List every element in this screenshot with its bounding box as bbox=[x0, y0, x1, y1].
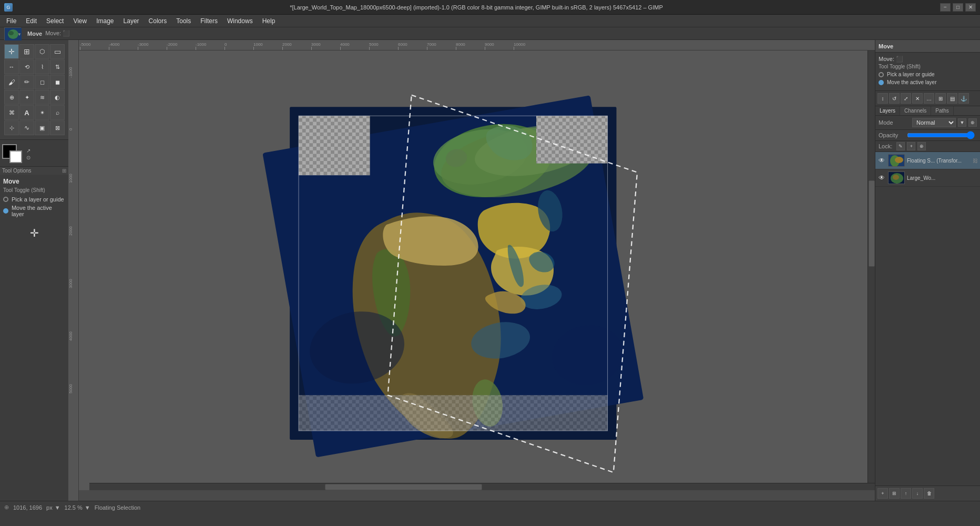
warp-btn[interactable]: ⌇ bbox=[35, 59, 49, 74]
zoom-display: 12.5 % ▼ bbox=[65, 504, 90, 511]
flip-btn[interactable]: ⇅ bbox=[50, 59, 65, 74]
thumbnail-arrow: ▼ bbox=[17, 32, 22, 37]
rect-select-btn[interactable]: ▭ bbox=[50, 44, 65, 59]
selection-info: Floating Selection bbox=[95, 504, 140, 511]
swap-colors-btn[interactable]: ↗ bbox=[26, 148, 30, 154]
path-btn[interactable]: ⌘ bbox=[4, 105, 19, 120]
menu-view[interactable]: View bbox=[69, 16, 91, 26]
tab-layers[interactable]: Layers bbox=[875, 106, 900, 115]
transform-btn[interactable]: ⟲ bbox=[19, 59, 34, 74]
lock-pixels-btn[interactable]: ✎ bbox=[896, 142, 905, 150]
svg-point-33 bbox=[893, 175, 899, 180]
menu-help[interactable]: Help bbox=[258, 16, 280, 26]
right-panel-header: Move bbox=[875, 40, 980, 53]
layer-eye-world[interactable]: 👁 bbox=[877, 174, 886, 182]
lock-alpha-btn[interactable]: + bbox=[907, 142, 915, 150]
measure-btn[interactable]: ⊹ bbox=[4, 120, 19, 135]
tool-options-menu-btn[interactable]: ⊞ bbox=[62, 168, 66, 174]
window-title: *[Large_World_Topo_Map_18000px6500-deep]… bbox=[13, 4, 940, 11]
right-radio-move[interactable]: Move the active layer bbox=[879, 79, 977, 85]
extra-btn[interactable]: ⊠ bbox=[50, 120, 65, 135]
opacity-label: Opacity bbox=[879, 132, 905, 138]
move-layer-down-btn[interactable]: ↓ bbox=[912, 488, 923, 499]
expand-btn[interactable]: ⊕ bbox=[4, 504, 9, 511]
move-layer-up-btn[interactable]: ↑ bbox=[901, 488, 911, 499]
clone-btn[interactable]: ✦ bbox=[19, 90, 34, 105]
radio-move-active[interactable]: Move the active layer bbox=[3, 205, 65, 217]
radio-move-active-dot bbox=[3, 208, 8, 214]
layer-name-floating: Floating S... (Transfor... bbox=[907, 158, 971, 164]
tool-toggle-label: Move bbox=[27, 31, 42, 37]
tab-paths[interactable]: Paths bbox=[931, 106, 954, 115]
canvas-area: -5000 -4000 -3000 -2000 -1000 0 1000 200… bbox=[68, 40, 875, 501]
layers-mgr-icon[interactable]: ▤ bbox=[947, 93, 957, 104]
menu-tools[interactable]: Tools bbox=[172, 16, 195, 26]
right-radio-pick[interactable]: Pick a layer or guide bbox=[879, 72, 977, 77]
new-layer-btn[interactable]: + bbox=[877, 488, 888, 499]
menu-select[interactable]: Select bbox=[42, 16, 68, 26]
scale-tool-btn[interactable]: ↔ bbox=[4, 59, 19, 74]
smudge-btn[interactable]: ∿ bbox=[19, 120, 34, 135]
menu-filters[interactable]: Filters bbox=[196, 16, 222, 26]
menu-edit[interactable]: Edit bbox=[22, 16, 41, 26]
canvas-horizontal-scrollbar[interactable] bbox=[89, 483, 875, 490]
fill-btn[interactable]: ◼ bbox=[50, 75, 65, 89]
radio-pick-layer[interactable]: Pick a layer or guide bbox=[3, 196, 65, 203]
canvas-vertical-scrollbar[interactable] bbox=[867, 50, 875, 483]
mode-select[interactable]: Normal Multiply Screen bbox=[912, 118, 956, 127]
tab-channels[interactable]: Channels bbox=[900, 106, 931, 115]
background-color[interactable] bbox=[9, 150, 22, 163]
alignment-tool-btn[interactable]: ⊞ bbox=[19, 44, 34, 59]
heal-btn[interactable]: ⊕ bbox=[4, 90, 19, 105]
zoom-btn[interactable]: ⌕ bbox=[50, 105, 65, 120]
grid-icon[interactable]: ⊞ bbox=[935, 93, 946, 104]
canvas-content[interactable] bbox=[79, 50, 875, 490]
delete-icon[interactable]: ✕ bbox=[912, 93, 923, 104]
image-thumbnail[interactable]: ▼ bbox=[4, 27, 21, 40]
zoom-dropdown[interactable]: ▼ bbox=[85, 504, 90, 511]
menu-layer[interactable]: Layer bbox=[119, 16, 144, 26]
lock-position-btn[interactable]: ⊕ bbox=[917, 142, 926, 150]
opacity-row: Opacity 100.0 ⊕ bbox=[875, 130, 980, 141]
anchor-icon[interactable]: ⚓ bbox=[958, 93, 969, 104]
mode-extra-btn[interactable]: ⊕ bbox=[968, 118, 977, 127]
minimize-button[interactable]: − bbox=[940, 3, 951, 12]
rotate-icon[interactable]: ↺ bbox=[889, 93, 900, 104]
delete-layer-btn[interactable]: 🗑 bbox=[924, 488, 934, 499]
text-btn[interactable]: A bbox=[19, 105, 34, 120]
move-tool-btn[interactable]: ✛ bbox=[4, 44, 19, 59]
tool-toggle-right: Move: ⬛ bbox=[879, 56, 903, 62]
menu-windows[interactable]: Windows bbox=[223, 16, 257, 26]
align-icon[interactable]: ↕ bbox=[877, 93, 888, 104]
layer-eye-floating[interactable]: 👁 bbox=[877, 156, 886, 165]
reset-colors-btn[interactable]: ⊙ bbox=[26, 155, 30, 160]
menu-colors[interactable]: Colors bbox=[145, 16, 171, 26]
units-dropdown[interactable]: ▼ bbox=[55, 504, 60, 511]
pencil-btn[interactable]: ✏ bbox=[19, 75, 34, 89]
blur-btn[interactable]: ≋ bbox=[35, 90, 49, 105]
scale-icon[interactable]: ⤢ bbox=[901, 93, 911, 104]
erase-btn[interactable]: ◻ bbox=[35, 75, 49, 89]
more-icon[interactable]: … bbox=[924, 93, 934, 104]
menu-image[interactable]: Image bbox=[92, 16, 118, 26]
svg-rect-24 bbox=[536, 116, 608, 163]
free-select-btn[interactable]: ⬡ bbox=[35, 44, 49, 59]
menu-file[interactable]: File bbox=[2, 16, 21, 26]
color-picker-btn[interactable]: ✴ bbox=[35, 105, 49, 120]
opacity-slider[interactable] bbox=[907, 132, 975, 139]
maximize-button[interactable]: □ bbox=[953, 3, 963, 12]
right-panel-title: Move bbox=[879, 43, 893, 49]
color-swatches: ↗ ⊙ bbox=[0, 142, 68, 166]
right-radio-move-dot bbox=[879, 80, 884, 85]
duplicate-layer-btn[interactable]: ⊞ bbox=[889, 488, 900, 499]
svg-point-30 bbox=[895, 157, 903, 163]
gradient-btn[interactable]: ▣ bbox=[35, 120, 49, 135]
paint-btn[interactable]: 🖌 bbox=[4, 75, 19, 89]
mode-expand-btn[interactable]: ▼ bbox=[958, 118, 966, 127]
tool-options-header-label: Tool Options bbox=[2, 168, 60, 174]
layer-item-world[interactable]: 👁 Large_Wo... bbox=[875, 169, 980, 187]
close-button[interactable]: ✕ bbox=[965, 3, 976, 12]
right-tool-info: Move: ⬛ Tool Toggle (Shift) Pick a layer… bbox=[875, 53, 980, 91]
layer-item-floating[interactable]: 👁 Floating S... (Transfor... ⛓ bbox=[875, 152, 980, 169]
dodge-btn[interactable]: ◐ bbox=[50, 90, 65, 105]
